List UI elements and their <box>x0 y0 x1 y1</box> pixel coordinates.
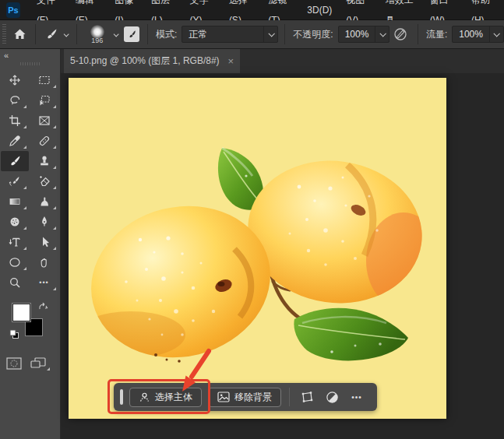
eyedropper-tool[interactable] <box>1 131 29 151</box>
options-bar: 196 模式: 正常 不透明度: 100% 流量: 100% <box>0 20 504 49</box>
taskbar-more-button[interactable]: ••• <box>347 388 366 406</box>
move-tool[interactable] <box>1 70 29 90</box>
healing-brush-tool[interactable] <box>30 131 58 151</box>
marquee-tool[interactable] <box>30 70 58 90</box>
hand-tool[interactable] <box>30 252 58 272</box>
opacity-value: 100% <box>339 29 375 40</box>
photoshop-logo: Ps <box>6 2 20 18</box>
brush-tool[interactable] <box>1 151 29 171</box>
clone-stamp-tool[interactable] <box>30 151 58 171</box>
apricots-image <box>69 78 446 419</box>
sponge-tool[interactable] <box>1 212 29 232</box>
mode-label: 模式: <box>156 28 177 41</box>
separator <box>284 24 285 44</box>
frame-tool[interactable] <box>30 111 58 131</box>
chevron-down-icon[interactable] <box>63 31 69 37</box>
tools-panel: « <box>0 49 61 439</box>
separator <box>35 24 36 44</box>
brush-size-picker[interactable]: 196 <box>85 25 109 44</box>
flow-value: 100% <box>453 29 489 40</box>
person-icon <box>139 392 150 403</box>
shape-tool[interactable] <box>1 252 29 272</box>
chevron-down-icon <box>379 30 386 37</box>
document-canvas[interactable] <box>69 78 446 419</box>
zoom-tool[interactable] <box>1 272 29 293</box>
foreground-color-swatch[interactable] <box>12 304 30 321</box>
crop-tool[interactable] <box>1 111 29 131</box>
default-colors-icon[interactable] <box>9 329 19 339</box>
pressure-opacity-toggle[interactable] <box>391 24 410 44</box>
gradient-tool[interactable] <box>1 191 29 212</box>
select-subject-button[interactable]: 选择主体 <box>129 388 202 407</box>
remove-background-label: 移除背景 <box>234 391 272 404</box>
flow-label: 流量: <box>426 28 447 41</box>
screen-mode-button[interactable] <box>30 356 47 371</box>
eraser-tool[interactable] <box>30 171 58 191</box>
separator <box>147 24 148 44</box>
submenu-triangle-icon <box>47 367 50 371</box>
smudge-tool[interactable] <box>30 191 58 212</box>
swap-colors-icon[interactable] <box>37 302 48 312</box>
taskbar-drag-handle[interactable] <box>120 389 123 405</box>
panel-grip[interactable] <box>20 62 41 65</box>
contrast-icon <box>326 391 339 404</box>
brush-size-value: 196 <box>91 37 103 44</box>
edit-toolbar-button[interactable]: ••• <box>30 272 58 293</box>
adjustments-button[interactable] <box>322 388 341 406</box>
brush-tool-preset[interactable] <box>42 24 61 44</box>
blend-mode-select[interactable]: 正常 <box>182 26 278 43</box>
collapse-panel-button[interactable]: « <box>0 49 60 60</box>
quick-mask-button[interactable] <box>6 357 22 370</box>
chevron-down-icon[interactable] <box>114 31 119 37</box>
pen-pressure-icon <box>393 27 407 41</box>
document-tab-title: 5-10.png @ 100% (图层 1, RGB/8#) * <box>70 54 221 68</box>
flow-input[interactable]: 100% <box>452 26 504 43</box>
select-subject-label: 选择主体 <box>155 391 192 404</box>
remove-background-button[interactable]: 移除背景 <box>208 388 281 407</box>
separator <box>76 24 77 44</box>
type-tool[interactable] <box>1 232 29 252</box>
options-grip[interactable] <box>2 24 6 44</box>
document-tab-bar: 5-10.png @ 100% (图层 1, RGB/8#) * × <box>61 49 504 73</box>
object-selection-tool[interactable] <box>30 90 58 111</box>
home-icon <box>13 28 26 40</box>
menu-3d[interactable]: 3D(D) <box>300 0 339 20</box>
separator <box>289 388 290 406</box>
color-swatches <box>5 304 51 344</box>
contextual-taskbar: 选择主体 移除背景 ••• <box>114 383 377 411</box>
path-selection-tool[interactable] <box>30 232 58 252</box>
brush-panel-icon <box>126 29 137 40</box>
photoshop-window: { "app": { "logo": "Ps" }, "menu_bar": {… <box>0 0 504 439</box>
close-icon[interactable]: × <box>227 55 234 67</box>
history-brush-tool[interactable] <box>1 171 29 191</box>
lasso-tool[interactable] <box>1 90 29 111</box>
chevron-down-icon <box>268 30 274 37</box>
separator <box>418 24 418 44</box>
brush-icon <box>45 28 58 40</box>
ellipsis-icon: ••• <box>351 393 362 402</box>
document-tab[interactable]: 5-10.png @ 100% (图层 1, RGB/8#) * × <box>64 49 240 73</box>
menu-bar: Ps 文件(F) 编辑(E) 图像(I) 图层(L) 文字(Y) 选择(S) 滤… <box>0 0 504 20</box>
opacity-input[interactable]: 100% <box>338 26 390 43</box>
pen-tool[interactable] <box>30 212 58 232</box>
transform-icon <box>300 391 314 403</box>
home-button[interactable] <box>11 24 30 44</box>
image-icon <box>217 392 230 402</box>
transform-button[interactable] <box>298 388 316 406</box>
chevron-down-icon <box>494 30 500 37</box>
blend-mode-value: 正常 <box>182 28 263 41</box>
ellipsis-icon: ••• <box>39 279 48 286</box>
brush-settings-panel-toggle[interactable] <box>124 26 139 42</box>
opacity-label: 不透明度: <box>293 28 333 41</box>
